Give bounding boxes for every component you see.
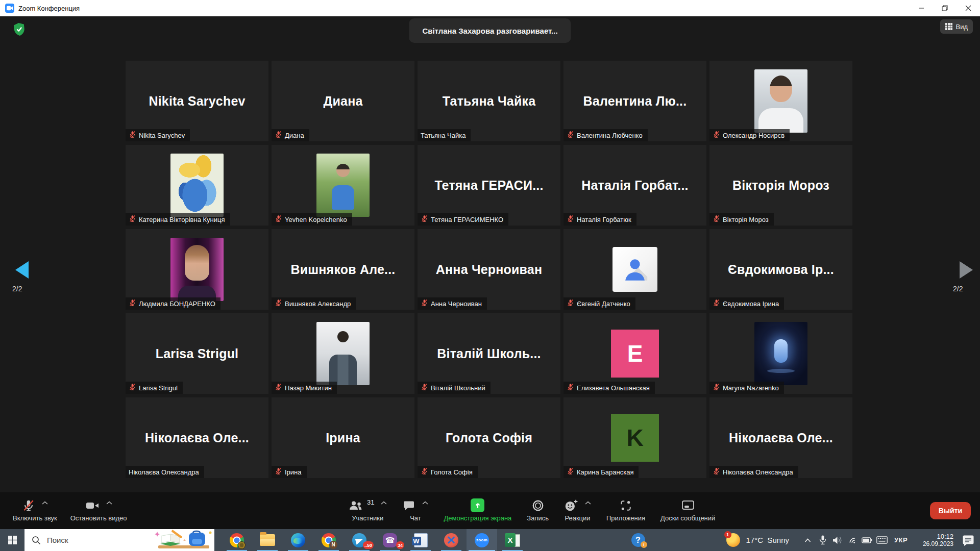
participant-name-label: Наталія Горбатюк [577, 216, 631, 223]
taskbar-pinned-apps: N ..50 ☎ 34 zoom [222, 529, 528, 551]
start-button[interactable] [0, 529, 24, 551]
view-button[interactable]: Вид [940, 19, 973, 34]
participant-name-label: Тетяна ГЕРАСИМЕНКО [431, 216, 503, 223]
participant-display-name: Віталій Школь... [437, 346, 541, 361]
close-button[interactable] [957, 0, 980, 16]
taskbar-weather-widget[interactable]: 1 17°C Sunny [726, 533, 800, 547]
language-indicator[interactable]: УКР [889, 536, 913, 544]
taskbar-telegram-icon[interactable]: ..50 [344, 529, 375, 551]
participant-name-tag: Ірина [272, 466, 307, 478]
participant-tile[interactable]: Ніколаєва Оле... Ніколаєва Олександра [126, 397, 268, 478]
taskbar-clock[interactable]: 10:12 26.09.2023 [913, 533, 957, 548]
tray-keyboard-icon[interactable] [874, 529, 889, 551]
participant-display-name: Ірина [326, 431, 360, 445]
leave-meeting-button[interactable]: Выйти [930, 502, 971, 519]
video-options-chevron-icon[interactable] [106, 501, 112, 505]
participant-tile[interactable]: Тетяна ГЕРАСИ... Тетяна ГЕРАСИМЕНКО [418, 145, 560, 226]
minimize-button[interactable] [910, 0, 933, 16]
participant-tile[interactable]: K Карина Баранская [564, 397, 706, 478]
participant-tile[interactable]: Вишняков Але... Вишняков Александр [272, 229, 414, 310]
weather-sun-icon: 1 [726, 533, 740, 547]
participants-button[interactable]: 31 Участники [341, 492, 394, 529]
taskbar-edge-icon[interactable] [283, 529, 313, 551]
whiteboard-icon [681, 499, 695, 512]
taskbar-excel-icon[interactable] [497, 529, 528, 551]
reactions-chevron-icon[interactable] [585, 501, 591, 505]
taskbar-chrome-profile-icon[interactable]: N [313, 529, 344, 551]
participant-name-tag: Анна Черноиван [418, 297, 487, 310]
mic-muted-icon [421, 383, 428, 392]
participant-display-name: Валентина Лю... [583, 94, 687, 109]
apps-button[interactable]: Приложения [600, 492, 652, 529]
participant-tile[interactable]: Катерина Вікторівна Куниця [126, 145, 268, 226]
share-screen-button[interactable]: Демонстрация экрана [437, 492, 518, 529]
reactions-button[interactable]: Реакции [557, 492, 598, 529]
participant-tile[interactable]: Вікторія Мороз Вікторія Мороз [709, 145, 852, 226]
taskbar-file-explorer-icon[interactable] [252, 529, 283, 551]
meeting-toolbar: Включить звук Остановить видео 31 Участн… [0, 492, 980, 529]
participant-name-label: Євдокимова Ірина [723, 300, 779, 308]
tray-volume-icon[interactable] [830, 529, 845, 551]
audio-options-chevron-icon[interactable] [42, 501, 48, 505]
taskbar-viber-icon[interactable]: ☎ 34 [375, 529, 405, 551]
participant-tile[interactable]: Євдокимова Ір... Євдокимова Ірина [709, 229, 852, 310]
participant-name-tag: Диана [272, 129, 309, 141]
participant-tile[interactable]: Ніколаєва Оле... Ніколаєва Олександра [709, 397, 852, 478]
participant-tile[interactable]: Диана Диана [272, 61, 414, 141]
participant-tile[interactable]: Анна Черноиван Анна Черноиван [418, 229, 560, 310]
participant-tile[interactable]: Валентина Лю... Валентина Любченко [564, 61, 706, 141]
participant-tile[interactable]: Nikita Sarychev Nikita Sarychev [126, 61, 268, 141]
participant-name-tag: Larisa Strigul [126, 382, 183, 394]
hidden-icons-chevron-icon[interactable] [800, 529, 815, 551]
participant-name-tag: Вишняков Александр [272, 297, 356, 310]
participant-tile[interactable]: Назар Микитин [272, 313, 414, 394]
whiteboards-label: Доски сообщений [660, 514, 715, 522]
participant-name-tag: Валентина Любченко [564, 129, 648, 141]
participants-chevron-icon[interactable] [381, 501, 387, 505]
next-page-arrow[interactable] [960, 261, 973, 279]
participant-tile[interactable]: Maryna Nazarenko [709, 313, 852, 394]
participant-name-label: Елизавета Ольшанская [577, 384, 650, 392]
participant-tile[interactable]: Євгеній Датченко [564, 229, 706, 310]
unmute-button[interactable]: Включить звук [6, 492, 64, 529]
participant-name-tag: Наталія Горбатюк [564, 213, 636, 226]
participant-name-tag: Євдокимова Ірина [709, 297, 784, 310]
participant-tile[interactable]: E Елизавета Ольшанская [564, 313, 706, 394]
participant-name-label: Ірина [285, 468, 302, 476]
participant-tile[interactable]: Людмила БОНДАРЕНКО [126, 229, 268, 310]
participant-tile[interactable]: Наталія Горбат... Наталія Горбатюк [564, 145, 706, 226]
participant-name-label: Вікторія Мороз [723, 216, 769, 223]
tray-battery-icon[interactable] [860, 529, 874, 551]
participant-name-tag: Вікторія Мороз [709, 213, 774, 226]
stop-video-button[interactable]: Остановить видео [64, 492, 134, 529]
participant-tile[interactable]: Larisa Strigul Larisa Strigul [126, 313, 268, 394]
whiteboards-button[interactable]: Доски сообщений [654, 492, 722, 529]
chat-chevron-icon[interactable] [422, 501, 428, 505]
tray-network-icon[interactable] [845, 529, 860, 551]
participant-display-name: Диана [323, 94, 362, 109]
search-highlight-graphic-icon[interactable] [153, 529, 213, 551]
taskbar-word-icon[interactable] [405, 529, 436, 551]
record-button[interactable]: Запись [520, 492, 555, 529]
restore-button[interactable] [933, 0, 957, 16]
share-screen-label: Демонстрация экрана [444, 514, 511, 522]
participant-tile[interactable]: Ірина Ірина [272, 397, 414, 478]
taskbar-search-input[interactable]: Поиск [24, 529, 214, 551]
participant-tile[interactable]: Віталій Школь... Віталій Школьний [418, 313, 560, 394]
participant-tile[interactable]: Yevhen Kopeichenko [272, 145, 414, 226]
taskbar-chrome-icon[interactable] [222, 529, 252, 551]
chat-button[interactable]: Чат [396, 492, 435, 529]
taskbar-help-icon[interactable]: ? [627, 529, 649, 551]
mic-muted-icon [275, 131, 282, 140]
taskbar-snip-app-icon[interactable] [436, 529, 467, 551]
notification-center-icon[interactable] [957, 529, 980, 551]
participant-name-label: Larisa Strigul [139, 384, 178, 392]
mic-muted-icon [129, 299, 136, 308]
participant-tile[interactable]: Татьяна Чайка Татьяна Чайка [418, 61, 560, 141]
participant-tile[interactable]: Голота Софія Голота Софія [418, 397, 560, 478]
tray-microphone-icon[interactable] [815, 529, 830, 551]
taskbar-zoom-icon[interactable]: zoom [467, 529, 497, 551]
participant-tile[interactable]: Олександр Носирєв [709, 61, 852, 141]
security-shield-icon[interactable] [12, 22, 26, 39]
previous-page-arrow[interactable] [15, 261, 29, 279]
